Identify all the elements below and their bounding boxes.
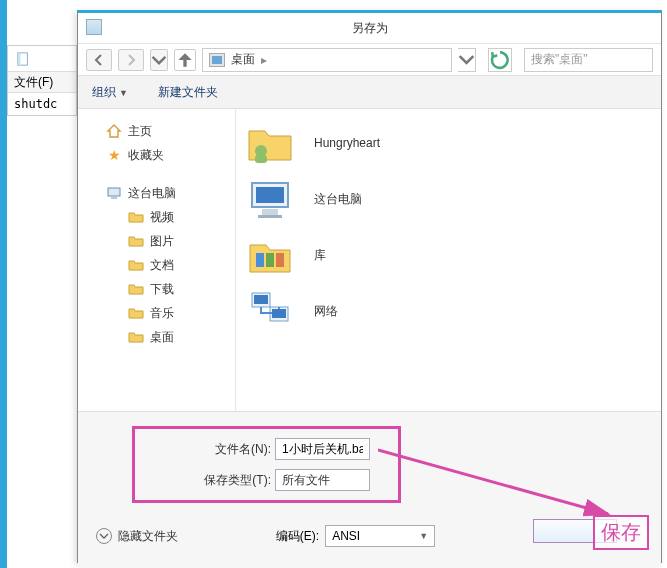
notepad-body-text: shutdc: [8, 93, 76, 115]
svg-rect-15: [254, 295, 268, 304]
breadcrumb-location: 桌面: [231, 51, 255, 68]
sidebar-item-music[interactable]: 音乐: [78, 301, 235, 325]
notepad-icon: [16, 52, 30, 66]
libraries-icon: [246, 231, 294, 279]
sidebar-item-label: 桌面: [150, 329, 174, 346]
sidebar-item-pictures[interactable]: 图片: [78, 229, 235, 253]
file-list[interactable]: Hungryheart 这台电脑 库 网络: [236, 109, 661, 411]
list-item-label: 这台电脑: [314, 191, 362, 208]
notepad-menu-file[interactable]: 文件(F): [8, 71, 76, 93]
network-icon: [246, 287, 294, 335]
dialog-bottom: 文件名(N): 保存类型(T): 所有文件 隐藏文件夹 编码(E):: [78, 411, 661, 566]
list-item-label: Hungryheart: [314, 136, 380, 150]
filetype-value: 所有文件: [282, 472, 330, 489]
svg-rect-16: [272, 309, 286, 318]
breadcrumb-dropdown[interactable]: [458, 48, 476, 72]
notepad-titlebar: [8, 46, 76, 71]
list-item[interactable]: 这台电脑: [236, 171, 661, 227]
computer-icon: [246, 175, 294, 223]
folder-icon: [128, 305, 144, 321]
list-item[interactable]: Hungryheart: [236, 115, 661, 171]
toolbar: 组织▼ 新建文件夹: [78, 75, 661, 109]
organize-menu[interactable]: 组织▼: [92, 84, 128, 101]
folder-icon: [128, 281, 144, 297]
new-folder-button[interactable]: 新建文件夹: [158, 84, 218, 101]
annotation-arrow: [378, 444, 628, 524]
search-input[interactable]: 搜索"桌面": [524, 48, 653, 72]
filename-input[interactable]: [275, 438, 370, 460]
svg-rect-8: [262, 209, 278, 215]
svg-rect-10: [256, 253, 264, 267]
history-dropdown[interactable]: [150, 49, 168, 71]
svg-rect-9: [258, 215, 282, 218]
sidebar-item-label: 文档: [150, 257, 174, 274]
svg-rect-3: [111, 197, 117, 199]
svg-rect-7: [256, 187, 284, 203]
list-item[interactable]: 网络: [236, 283, 661, 339]
nav-bar: 桌面 ▸ 搜索"桌面": [78, 43, 661, 75]
svg-rect-11: [266, 253, 274, 267]
sidebar-item-label: 这台电脑: [128, 185, 176, 202]
chevron-down-icon: ▼: [419, 531, 428, 541]
sidebar-item-label: 图片: [150, 233, 174, 250]
chevron-down-icon: [96, 528, 112, 544]
up-button[interactable]: [174, 49, 196, 71]
list-item-label: 网络: [314, 303, 338, 320]
hide-folders-toggle[interactable]: 隐藏文件夹: [96, 528, 178, 545]
refresh-button[interactable]: [488, 48, 512, 72]
breadcrumb[interactable]: 桌面 ▸: [202, 48, 452, 72]
desktop-icon: [209, 53, 225, 67]
notepad-window: 文件(F) shutdc: [7, 45, 77, 116]
home-icon: [106, 123, 122, 139]
svg-rect-1: [18, 52, 21, 64]
filetype-label: 保存类型(T):: [199, 472, 275, 489]
save-annotation: 保存: [593, 515, 649, 550]
svg-line-17: [378, 450, 608, 514]
encoding-select[interactable]: ANSI ▼: [325, 525, 435, 547]
sidebar: 主页 ★ 收藏夹 这台电脑 视频 图片 文档: [78, 109, 236, 411]
save-as-dialog: 另存为 桌面 ▸ 搜索"桌面" 组织▼ 新建文件夹 主页 ★ 收藏夹: [77, 10, 662, 563]
search-placeholder: 搜索"桌面": [531, 51, 588, 68]
svg-rect-2: [108, 188, 120, 196]
sidebar-item-documents[interactable]: 文档: [78, 253, 235, 277]
folder-icon: [128, 257, 144, 273]
list-item[interactable]: 库: [236, 227, 661, 283]
user-folder-icon: [246, 119, 294, 167]
sidebar-item-home[interactable]: 主页: [78, 119, 235, 143]
sidebar-item-desktop[interactable]: 桌面: [78, 325, 235, 349]
sidebar-item-videos[interactable]: 视频: [78, 205, 235, 229]
sidebar-item-this-pc[interactable]: 这台电脑: [78, 181, 235, 205]
caret-down-icon: ▼: [119, 88, 128, 98]
dialog-title: 另存为: [352, 20, 388, 37]
forward-button[interactable]: [118, 49, 144, 71]
computer-icon: [106, 185, 122, 201]
folder-icon: [128, 233, 144, 249]
sidebar-item-label: 音乐: [150, 305, 174, 322]
sidebar-item-favorites[interactable]: ★ 收藏夹: [78, 143, 235, 167]
filetype-select[interactable]: 所有文件: [275, 469, 370, 491]
folder-icon: [128, 209, 144, 225]
sidebar-item-label: 收藏夹: [128, 147, 164, 164]
sidebar-item-label: 视频: [150, 209, 174, 226]
star-icon: ★: [106, 147, 122, 163]
list-item-label: 库: [314, 247, 326, 264]
svg-rect-12: [276, 253, 284, 267]
encoding-value: ANSI: [332, 529, 360, 543]
sidebar-item-downloads[interactable]: 下载: [78, 277, 235, 301]
hide-folders-label: 隐藏文件夹: [118, 528, 178, 545]
svg-rect-5: [255, 155, 267, 163]
folder-icon: [128, 329, 144, 345]
sidebar-item-label: 主页: [128, 123, 152, 140]
encoding-label: 编码(E):: [276, 528, 319, 545]
chevron-right-icon: ▸: [261, 53, 267, 67]
dialog-titlebar: 另存为: [78, 13, 661, 43]
back-button[interactable]: [86, 49, 112, 71]
app-icon: [86, 19, 102, 35]
sidebar-item-label: 下载: [150, 281, 174, 298]
filename-label: 文件名(N):: [199, 441, 275, 458]
